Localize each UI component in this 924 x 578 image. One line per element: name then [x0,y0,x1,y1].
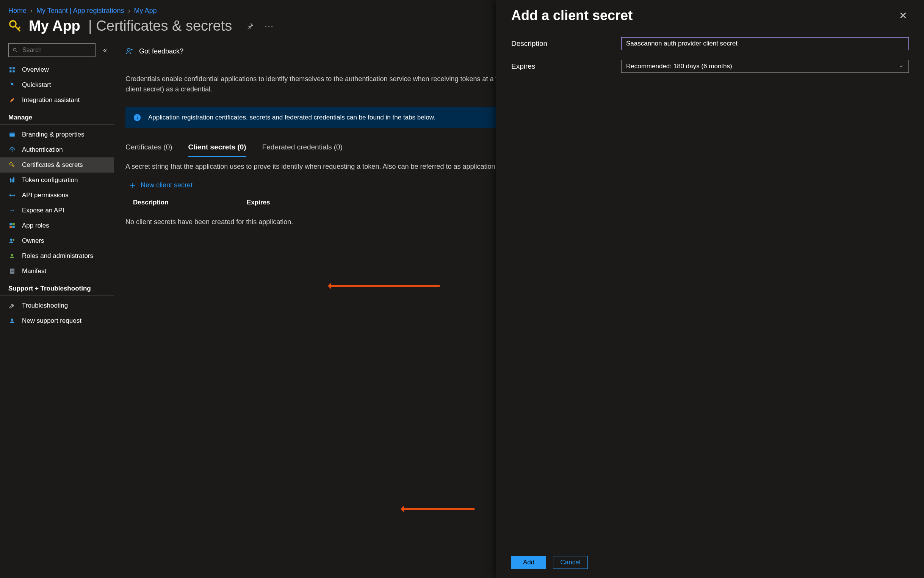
svg-point-9 [11,149,13,151]
sidebar-item-authentication[interactable]: Authentication [0,142,114,157]
feedback-icon [125,47,134,55]
svg-point-1 [13,48,16,51]
tab-federated-credentials[interactable]: Federated credentials (0) [262,138,343,157]
wrench-icon [8,302,16,310]
sidebar-item-expose-api[interactable]: Expose an API [0,203,114,218]
overview-icon [8,66,16,73]
sidebar-item-label: Token configuration [22,176,78,184]
sidebar-item-api-permissions[interactable]: API permissions [0,188,114,203]
add-client-secret-panel: Add a client secret ✕ Description Expire… [496,0,924,578]
sidebar-section-support: Support + Troubleshooting [0,279,114,296]
app-roles-icon [8,222,16,229]
chevron-down-icon [899,64,904,69]
description-label: Description [511,39,621,48]
auth-icon [8,146,16,154]
svg-rect-30 [137,116,138,117]
sidebar-item-manifest[interactable]: Manifest [0,264,114,279]
manifest-icon [8,267,16,275]
app-name: My App [29,18,80,34]
sidebar-item-label: App roles [22,222,49,229]
svg-rect-24 [11,270,14,270]
roles-admins-icon [8,252,16,260]
svg-rect-11 [10,178,11,182]
sidebar-item-label: Manifest [22,267,46,275]
sidebar-item-label: Integration assistant [22,96,79,104]
section-title: Certificates & secrets [96,18,232,34]
breadcrumb-link-home[interactable]: Home [8,7,26,15]
svg-rect-17 [13,223,15,225]
svg-point-20 [10,239,13,241]
tab-client-secrets[interactable]: Client secrets (0) [188,138,246,157]
tab-certificates[interactable]: Certificates (0) [125,138,172,157]
svg-rect-8 [10,133,15,134]
svg-rect-13 [13,177,15,183]
page-title: My App | Certificates & secrets [29,18,232,34]
svg-line-2 [16,51,18,52]
sidebar-item-label: Branding & properties [22,131,84,138]
svg-rect-6 [13,71,15,72]
support-icon [8,317,16,325]
sidebar-item-label: Expose an API [22,207,65,214]
sidebar-item-label: Quickstart [22,81,51,89]
svg-point-15 [11,209,13,211]
sidebar-item-app-roles[interactable]: App roles [0,218,114,233]
expires-select[interactable]: Recommended: 180 days (6 months) [621,60,909,73]
collapse-sidebar-icon[interactable]: « [102,45,108,56]
expose-api-icon [8,207,16,214]
flyout-title: Add a client secret [511,8,633,24]
sidebar-item-label: New support request [22,317,81,325]
annotation-arrow [330,285,440,287]
th-expires: Expires [239,194,277,211]
rocket-icon [8,81,16,89]
sidebar-item-overview[interactable]: Overview [0,62,114,77]
sidebar-item-label: Roles and administrators [22,252,93,260]
svg-rect-4 [13,67,15,69]
sidebar-item-quickstart[interactable]: Quickstart [0,77,114,93]
pin-icon[interactable] [246,23,254,30]
sidebar-item-token-configuration[interactable]: Token configuration [0,172,114,188]
sidebar: « Overview Quickstart Integration assist… [0,42,114,575]
token-icon [8,176,16,184]
expires-label: Expires [511,62,621,71]
add-button[interactable]: Add [511,556,546,569]
svg-point-14 [10,194,11,196]
svg-rect-18 [10,226,12,228]
branding-icon [8,131,16,138]
sidebar-item-label: Overview [22,66,49,73]
key-icon [8,19,22,33]
assistant-icon [8,96,16,104]
new-secret-label: New client secret [141,181,193,189]
plus-icon [129,182,136,189]
svg-rect-16 [10,223,12,225]
sidebar-item-label: Authentication [22,146,63,154]
cancel-button[interactable]: Cancel [553,556,588,569]
search-field[interactable] [22,46,91,54]
breadcrumb-link-app[interactable]: My App [134,7,157,15]
breadcrumb-link-tenant[interactable]: My Tenant | App registrations [36,7,124,15]
search-input[interactable] [8,43,95,57]
owners-icon [8,237,16,245]
sidebar-item-new-support-request[interactable]: New support request [0,313,114,328]
svg-point-22 [11,254,13,256]
sidebar-item-label: Owners [22,237,44,245]
svg-point-27 [127,49,130,51]
th-description: Description [125,194,239,211]
more-icon[interactable]: ··· [265,21,273,31]
sidebar-item-branding[interactable]: Branding & properties [0,127,114,142]
description-input[interactable] [621,37,909,50]
sidebar-item-owners[interactable]: Owners [0,233,114,248]
info-banner-text: Application registration certificates, s… [148,114,435,121]
sidebar-item-label: Certificates & secrets [22,161,83,169]
svg-rect-3 [10,67,11,69]
sidebar-item-label: Troubleshooting [22,302,68,310]
sidebar-item-roles-admins[interactable]: Roles and administrators [0,248,114,264]
close-icon[interactable]: ✕ [898,8,909,23]
info-icon [133,114,141,122]
sidebar-item-certificates-secrets[interactable]: Certificates & secrets [0,157,114,172]
feedback-label: Got feedback? [139,47,183,55]
breadcrumb-sep: › [30,7,32,15]
svg-rect-19 [13,226,15,228]
sidebar-item-troubleshooting[interactable]: Troubleshooting [0,298,114,313]
sidebar-item-integration-assistant[interactable]: Integration assistant [0,93,114,108]
svg-rect-25 [11,271,14,271]
